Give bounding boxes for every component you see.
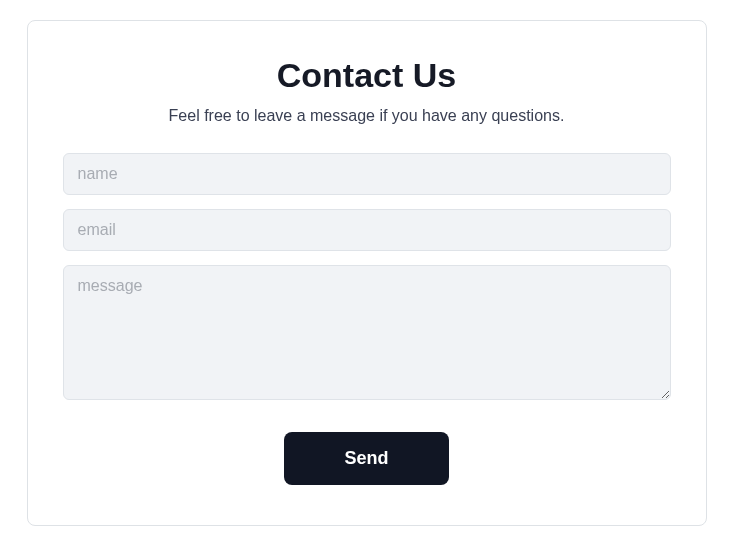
button-row: Send [63, 432, 671, 485]
page-title: Contact Us [63, 56, 671, 95]
name-input[interactable] [63, 153, 671, 195]
page-subtitle: Feel free to leave a message if you have… [63, 107, 671, 125]
message-textarea[interactable] [63, 265, 671, 400]
email-input[interactable] [63, 209, 671, 251]
contact-card: Contact Us Feel free to leave a message … [27, 20, 707, 526]
send-button[interactable]: Send [284, 432, 448, 485]
